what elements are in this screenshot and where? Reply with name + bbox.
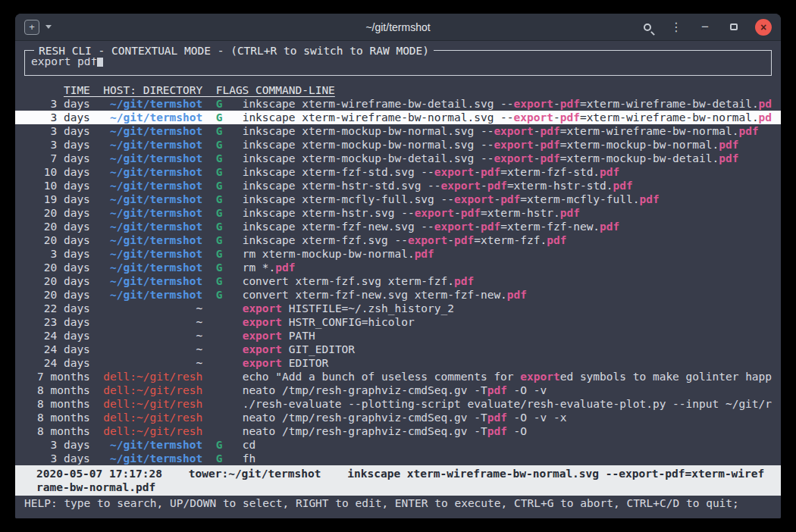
history-row[interactable]: 24 days ~ export GIT_EDITOR [15,343,781,356]
history-row[interactable]: 3 days ~/git/termshot G rm xterm-mockup-… [15,247,781,261]
history-row[interactable]: 10 days ~/git/termshot G inkscape xterm-… [15,179,781,192]
row-location: ~/git/termshot [103,439,202,451]
row-command-match: export [434,221,474,233]
history-row[interactable]: 20 days ~/git/termshot G inkscape xterm-… [15,220,781,233]
row-location: dell:~/git/resh [103,384,202,396]
row-command-text: =xterm-mockup-bw-normal. [560,139,719,151]
row-command-text: =xterm-wireframe-bw-normal. [560,125,739,137]
row-command-text: =xterm-hstr-std. [507,180,613,192]
row-location: ~ [103,302,202,315]
row-location: dell:~/git/resh [103,425,202,437]
history-row-selected[interactable]: 3 days ~/git/termshot G inkscape xterm-w… [15,111,781,124]
row-command-text: - [534,152,541,164]
row-flags [202,384,242,396]
tab-dropdown-caret-icon[interactable] [45,25,52,29]
restore-icon [730,23,738,30]
row-command-text: inkscape xterm-wireframe-bw-normal.svg -… [243,111,514,124]
status-bar: 2020-05-07 17:17:28 tower:~/git/termshot… [15,465,781,496]
history-row[interactable]: 7 days ~/git/termshot G inkscape xterm-m… [15,152,781,165]
history-row[interactable]: 20 days ~/git/termshot G convert xterm-f… [15,288,781,302]
close-button[interactable]: × [755,19,772,36]
terminal-window: + ~/git/termshot ⋮ − × RESH CLI - CO [15,14,781,518]
columns-header-labels: TIME HOST: DIRECTORY FLAGS COMMAND-LINE [64,84,335,96]
row-command-text: inkscape xterm-hstr.svg -- [243,207,415,219]
row-flags [202,398,242,410]
history-row[interactable]: 3 days ~/git/termshot G cd [15,438,781,452]
history-row[interactable]: 3 days ~/git/termshot G inkscape xterm-m… [15,124,781,138]
row-command-match: pdf [719,152,738,164]
row-flags: G [202,234,242,246]
history-row[interactable]: 3 days ~/git/termshot G inkscape xterm-w… [15,97,781,111]
row-time: 20 days [37,234,103,246]
row-command-match: export [441,180,481,192]
row-command-text: -O [507,425,527,437]
row-flags [202,343,242,355]
history-row[interactable]: 10 days ~/git/termshot G inkscape xterm-… [15,165,781,179]
history-row[interactable]: 8 months dell:~/git/resh ./resh-evaluate… [15,397,781,411]
row-command-text: =xterm-wireframe-bw-normal. [580,111,759,124]
row-command-match: pdf [415,248,434,260]
row-command-text: inkscape xterm-fzf-new.svg -- [243,221,434,233]
row-flags [202,316,242,328]
restore-button[interactable] [726,20,741,35]
help-bar: HELP: type to search, UP/DOWN to select,… [15,496,781,510]
search-input[interactable]: RESH CLI - CONTEXTUAL MODE - (CTRL+R to … [24,50,772,76]
row-location: ~/git/termshot [103,289,202,301]
row-time: 22 days [37,302,103,315]
menu-button[interactable]: ⋮ [669,20,684,35]
history-row[interactable]: 22 days ~ export HISTFILE=~/.zsh_history… [15,302,781,315]
history-row[interactable]: 8 months dell:~/git/resh neato /tmp/resh… [15,411,781,424]
row-flags: G [202,193,242,205]
row-location: ~/git/termshot [103,98,202,110]
row-location: ~/git/termshot [103,193,202,205]
history-row[interactable]: 20 days ~/git/termshot G inkscape xterm-… [15,233,781,247]
row-command-match: export [520,371,559,383]
row-location: ~/git/termshot [103,180,202,192]
row-flags: G [202,261,242,274]
history-row[interactable]: 3 days ~/git/termshot G inkscape xterm-m… [15,138,781,152]
new-tab-button[interactable]: + [24,20,39,35]
row-command-text: inkscape xterm-fzf.svg -- [243,234,408,246]
row-flags: G [202,98,242,110]
row-command-text: GIT_EDITOR [282,343,355,355]
row-location: ~/git/termshot [103,166,202,178]
row-location: ~ [103,357,202,369]
row-command-text: fh [243,452,255,465]
history-list: 3 days ~/git/termshot G inkscape xterm-w… [15,97,781,465]
row-command-match: pdf [487,180,507,192]
history-row[interactable]: 3 days ~/git/termshot G fh [15,452,781,465]
history-row[interactable]: 24 days ~ export EDITOR [15,356,781,370]
history-row[interactable]: 7 months dell:~/git/resh echo "Add a bun… [15,370,781,383]
history-row[interactable]: 20 days ~/git/termshot G rm *.pdf [15,261,781,274]
history-row[interactable]: 8 months dell:~/git/resh neato /tmp/resh… [15,383,781,397]
row-command-text: -O -v [507,384,547,396]
history-row[interactable]: 24 days ~ export PATH [15,329,781,343]
row-command-text: neato /tmp/resh-graphviz-cmdSeq.gv -T [243,425,487,437]
history-row[interactable]: 20 days ~/git/termshot G inkscape xterm-… [15,206,781,220]
row-command-match: export [415,207,454,219]
row-flags [202,412,242,424]
row-command-text: - [553,98,560,110]
row-command-match: export [514,111,553,124]
history-row[interactable]: 19 days ~/git/termshot G inkscape xterm-… [15,192,781,206]
selected-entry-details: 2020-05-07 17:17:28 tower:~/git/termshot… [36,468,764,493]
history-row[interactable]: 8 months dell:~/git/resh neato /tmp/resh… [15,424,781,438]
row-command-text: - [447,234,454,246]
row-flags [202,302,242,315]
row-command-match: pd [759,98,772,110]
history-row[interactable]: 20 days ~/git/termshot G convert xterm-f… [15,274,781,288]
row-location: ~ [103,343,202,355]
row-time: 20 days [37,221,103,233]
row-command-text: =xterm-mockup-bw-detail. [560,152,719,164]
row-flags: G [202,152,242,164]
row-time: 20 days [37,289,103,301]
minimize-button[interactable]: − [697,20,713,35]
row-time: 3 days [37,248,103,260]
search-button[interactable] [640,20,655,35]
row-command-text: inkscape xterm-wireframe-bw-detail.svg -… [243,98,514,110]
history-row[interactable]: 23 days ~ export HSTR_CONFIG=hicolor [15,315,781,329]
row-time: 10 days [37,180,103,192]
row-command-text: =xterm-hstr. [481,207,560,219]
row-command-match: export [494,152,533,164]
plus-icon: + [29,21,35,33]
